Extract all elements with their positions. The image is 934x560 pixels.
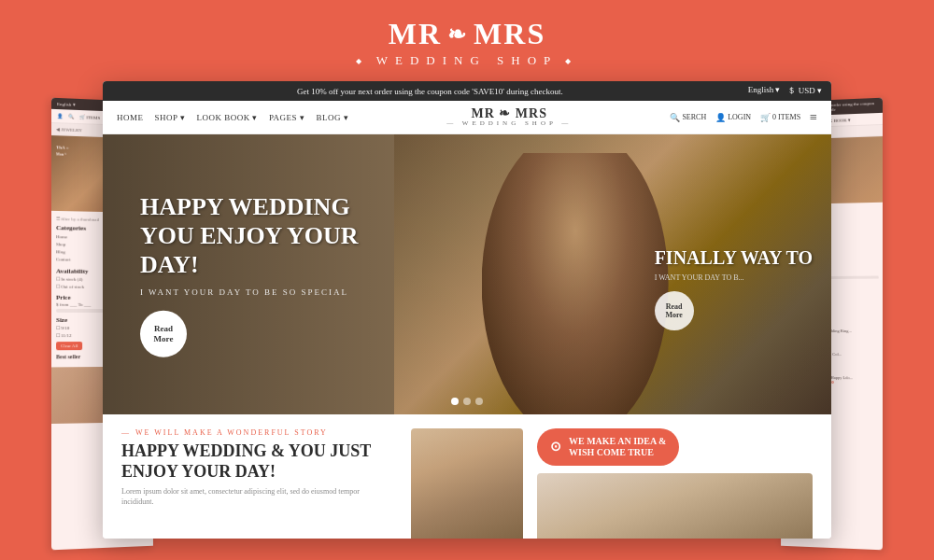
- side-filter-btn[interactable]: Clear All: [56, 342, 82, 350]
- nav-bar: HOME SHOP ▾ LOOK BOOK ▾ PAGES ▾ BLOG ▾ M…: [103, 101, 831, 134]
- slider-dots: [451, 398, 483, 405]
- brand-name-part1: MR: [389, 17, 442, 51]
- nav-home[interactable]: HOME: [117, 113, 144, 122]
- language-selector[interactable]: English ▾: [748, 85, 781, 97]
- hero-slider: HAPPY WEDDING YOU ENJOY YOUR DAY! I WANT…: [103, 134, 831, 414]
- hero-subtitle: I WANT YOUR DAY TO BE SO SPECIAL: [140, 287, 402, 296]
- nav-center-logo: MR ❧ MRS — WEDDING SHOP —: [446, 106, 572, 128]
- main-container: MR ❧ MRS WEDDING SHOP English ▾ ＄ USD ▾ …: [0, 0, 934, 560]
- announcement-bar: Get 10% off your next order using the co…: [103, 81, 831, 101]
- brand-subtitle: WEDDING SHOP: [356, 53, 579, 68]
- hero-right-read-more-button[interactable]: ReadMore: [655, 291, 694, 330]
- dot-3[interactable]: [475, 398, 483, 405]
- nav-actions: 🔍 SERCH 👤 LOGIN 🛒 0 ITEMS ≡: [670, 110, 817, 125]
- below-right-content: ⊙ WE MAKE AN IDEA & WISH COME TRUE: [537, 428, 813, 539]
- hero-content: HAPPY WEDDING YOU ENJOY YOUR DAY! I WANT…: [140, 192, 402, 357]
- hero-right-content: FINALLY WAY TO I WANT YOUR DAY TO B... R…: [655, 246, 813, 330]
- brand-heart-icon: ❧: [447, 21, 468, 48]
- hero-right-title: FINALLY WAY TO: [655, 246, 813, 269]
- section-title: HAPPY WEDDING & YOU JUST ENJOY YOUR DAY!: [121, 441, 383, 482]
- hero-read-more-button[interactable]: ReadMore: [140, 310, 187, 357]
- below-center-image: [411, 428, 523, 539]
- below-right-image: [537, 473, 813, 539]
- nav-logo-sub: — WEDDING SHOP —: [446, 120, 572, 128]
- nav-pages[interactable]: PAGES ▾: [269, 113, 304, 122]
- dot-2[interactable]: [463, 398, 471, 405]
- section-tag: WE WILL MAKE A WONDERFUL STORY: [121, 428, 397, 437]
- brand-logo: MR ❧ MRS: [389, 17, 545, 51]
- section-description: Lorem ipsum dolor sit amet, consectetur …: [121, 486, 364, 507]
- currency-selector[interactable]: ＄ USD ▾: [787, 85, 822, 97]
- rings-icon: ⊙: [550, 440, 561, 455]
- search-button[interactable]: 🔍 SERCH: [670, 113, 706, 122]
- search-icon: 🔍: [670, 113, 680, 122]
- below-left-content: WE WILL MAKE A WONDERFUL STORY HAPPY WED…: [121, 428, 397, 539]
- lang-currency-controls[interactable]: English ▾ ＄ USD ▾: [748, 85, 822, 97]
- below-hero-section: WE WILL MAKE A WONDERFUL STORY HAPPY WED…: [103, 414, 831, 539]
- hero-right-subtitle: I WANT YOUR DAY TO B...: [655, 273, 813, 282]
- nav-blog[interactable]: BLOG ▾: [316, 113, 348, 122]
- hero-title: HAPPY WEDDING YOU ENJOY YOUR DAY!: [140, 192, 402, 280]
- top-logo-area: MR ❧ MRS WEDDING SHOP: [0, 0, 934, 81]
- nav-logo-name: MR ❧ MRS: [446, 106, 572, 120]
- nav-lookbook[interactable]: LOOK BOOK ▾: [196, 113, 258, 122]
- dot-1[interactable]: [451, 398, 459, 405]
- cart-button[interactable]: 🛒 0 ITEMS: [760, 113, 800, 122]
- main-browser: Get 10% off your next order using the co…: [103, 81, 831, 539]
- idea-box: ⊙ WE MAKE AN IDEA & WISH COME TRUE: [537, 428, 679, 466]
- login-button[interactable]: 👤 LOGIN: [715, 113, 751, 122]
- announcement-text: Get 10% off your next order using the co…: [112, 87, 748, 96]
- user-icon: 👤: [715, 113, 726, 122]
- nav-links: HOME SHOP ▾ LOOK BOOK ▾ PAGES ▾ BLOG ▾: [117, 113, 348, 122]
- nav-shop[interactable]: SHOP ▾: [155, 113, 186, 122]
- cart-icon: 🛒: [760, 113, 771, 122]
- hamburger-menu[interactable]: ≡: [810, 110, 817, 125]
- browser-container: English ▾ ＄ USD ▾ 👤 🔍 🛒 ITEMS ◀ JEWELRY …: [103, 81, 831, 539]
- brand-name-part2: MRS: [474, 17, 545, 51]
